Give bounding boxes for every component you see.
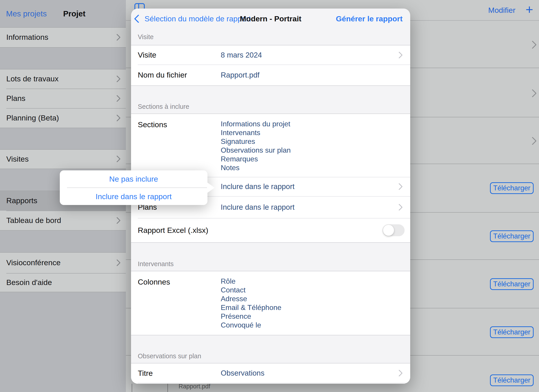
section-item: Intervenants bbox=[221, 128, 291, 137]
divider bbox=[0, 169, 126, 169]
sidebar-item-planning[interactable]: Planning (Beta) bbox=[0, 108, 126, 128]
row-label: Colonnes bbox=[138, 278, 170, 286]
option-ne-pas-inclure[interactable]: Ne pas inclure bbox=[60, 170, 207, 188]
chevron-right-icon bbox=[529, 137, 537, 145]
screen: Modifier + Télécharger Télécharger Téléc… bbox=[0, 0, 539, 392]
download-button[interactable]: Télécharger bbox=[490, 182, 534, 194]
divider bbox=[0, 128, 126, 128]
row-label: Nom du fichier bbox=[138, 71, 187, 79]
sidebar-item-label: Tableau de bord bbox=[6, 216, 61, 225]
sidebar-item-label: Visioconférence bbox=[6, 258, 60, 267]
colonne-item: Convoqué le bbox=[221, 321, 281, 329]
row-titre[interactable]: Titre Observations bbox=[131, 363, 410, 383]
row-value: 8 mars 2024 bbox=[221, 51, 262, 59]
generate-report-button[interactable]: Générer le rapport bbox=[336, 9, 403, 29]
back-to-template-selection-button[interactable]: Sélection du modèle de rapport bbox=[135, 9, 251, 29]
section-header-label: Visite bbox=[138, 33, 154, 41]
modal-header: Sélection du modèle de rapport Modern - … bbox=[131, 9, 410, 29]
chevron-right-icon bbox=[396, 183, 403, 190]
download-button[interactable]: Télécharger bbox=[490, 278, 534, 290]
background-file-name: Rapport.pdf bbox=[171, 383, 218, 390]
modal-bottom-filler bbox=[131, 383, 410, 384]
colonne-item: Contact bbox=[221, 286, 281, 295]
row-visite-date[interactable]: Visite 8 mars 2024 bbox=[131, 45, 410, 64]
divider bbox=[6, 273, 126, 274]
row-label: Sections bbox=[138, 120, 167, 129]
row-label: Rapport Excel (.xlsx) bbox=[138, 226, 208, 235]
divider bbox=[0, 230, 126, 231]
section-item: Informations du projet bbox=[221, 120, 291, 128]
chevron-right-icon bbox=[114, 155, 120, 162]
row-value: Rapport.pdf bbox=[221, 71, 259, 79]
chevron-right-icon bbox=[114, 217, 120, 224]
row-value: Inclure dans le rapport bbox=[221, 182, 294, 191]
section-item: Notes bbox=[221, 163, 291, 172]
row-excel-report: Rapport Excel (.xlsx) bbox=[131, 218, 410, 242]
section-header-sections-a-inclure: Sections à inclure bbox=[131, 85, 410, 113]
divider bbox=[0, 149, 126, 150]
sidebar-item-label: Informations bbox=[6, 33, 48, 42]
back-to-projects-button[interactable]: Mes projets bbox=[6, 9, 47, 18]
include-options-popover: Ne pas inclure Inclure dans le rapport bbox=[60, 170, 207, 205]
sidebar-item-plans[interactable]: Plans bbox=[0, 89, 126, 108]
sidebar-item-informations[interactable]: Informations bbox=[0, 27, 126, 47]
colonne-item: Email & Téléphone bbox=[221, 303, 281, 312]
section-header-visite: Visite bbox=[131, 29, 410, 45]
divider bbox=[6, 211, 126, 211]
section-item: Observations sur plan bbox=[221, 146, 291, 155]
sidebar-item-besoin-aide[interactable]: Besoin d'aide bbox=[0, 273, 126, 292]
divider bbox=[0, 252, 126, 253]
chevron-right-icon bbox=[396, 52, 403, 58]
divider bbox=[6, 108, 126, 109]
sidebar-item-label: Lots de travaux bbox=[6, 74, 58, 83]
chevron-right-icon bbox=[114, 34, 120, 41]
sidebar-title: Projet bbox=[63, 9, 85, 18]
colonne-item: Adresse bbox=[221, 295, 281, 303]
table-column-divider bbox=[132, 384, 132, 392]
section-header-observations: Observations sur plan bbox=[131, 335, 410, 363]
sidebar-item-label: Besoin d'aide bbox=[6, 278, 52, 287]
row-sections[interactable]: Sections Informations du projet Interven… bbox=[131, 113, 410, 177]
download-button[interactable]: Télécharger bbox=[490, 374, 534, 386]
chevron-right-icon bbox=[396, 369, 403, 377]
sidebar-item-tableau-de-bord[interactable]: Tableau de bord bbox=[0, 211, 126, 230]
sidebar-item-label: Rapports bbox=[6, 196, 37, 205]
row-value: Inclure dans le rapport bbox=[221, 203, 294, 212]
colonnes-value-list: Rôle Contact Adresse Email & Téléphone P… bbox=[221, 277, 281, 329]
divider bbox=[0, 292, 126, 292]
excel-toggle-off[interactable] bbox=[383, 224, 404, 236]
download-button[interactable]: Télécharger bbox=[490, 326, 534, 338]
section-header-label: Intervenants bbox=[138, 260, 174, 268]
sidebar-item-label: Visites bbox=[6, 155, 29, 163]
colonne-item: Présence bbox=[221, 312, 281, 321]
chevron-right-icon bbox=[529, 89, 537, 97]
row-value: Observations bbox=[221, 369, 264, 377]
download-button[interactable]: Télécharger bbox=[490, 230, 534, 242]
row-file-name[interactable]: Nom du fichier Rapport.pdf bbox=[131, 64, 410, 85]
divider bbox=[0, 47, 126, 48]
row-colonnes[interactable]: Colonnes Rôle Contact Adresse Email & Té… bbox=[131, 271, 410, 335]
table-column-divider bbox=[168, 384, 168, 392]
chevron-right-icon bbox=[529, 41, 537, 49]
section-item: Signatures bbox=[221, 137, 291, 146]
option-inclure-dans-le-rapport[interactable]: Inclure dans le rapport bbox=[60, 188, 207, 205]
section-header-label: Sections à inclure bbox=[138, 103, 189, 110]
section-header-label: Observations sur plan bbox=[138, 353, 201, 360]
divider bbox=[0, 69, 126, 69]
row-label: Visite bbox=[138, 51, 156, 59]
sidebar-item-label: Planning (Beta) bbox=[6, 113, 59, 122]
divider bbox=[0, 27, 126, 28]
popover-arrow bbox=[207, 182, 215, 193]
chevron-left-icon bbox=[134, 15, 143, 23]
section-item: Remarques bbox=[221, 155, 291, 163]
sidebar-item-visioconference[interactable]: Visioconférence bbox=[0, 252, 126, 273]
chevron-right-icon bbox=[114, 75, 120, 82]
divider bbox=[6, 89, 126, 89]
sidebar-item-visites[interactable]: Visites bbox=[0, 149, 126, 169]
add-icon[interactable]: + bbox=[525, 0, 533, 19]
chevron-right-icon bbox=[114, 259, 120, 266]
sidebar-item-label: Plans bbox=[6, 94, 25, 103]
edit-button[interactable]: Modifier bbox=[488, 0, 515, 20]
sidebar-item-lots-de-travaux[interactable]: Lots de travaux bbox=[0, 69, 126, 89]
chevron-right-icon bbox=[114, 95, 120, 102]
